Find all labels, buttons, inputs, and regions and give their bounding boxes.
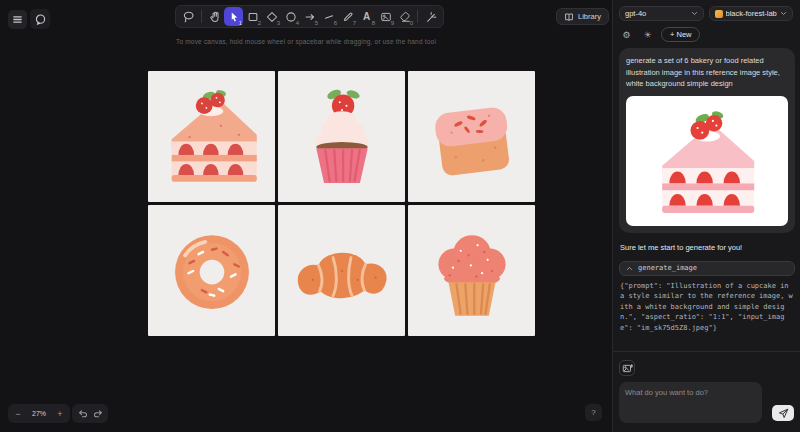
menu-button[interactable] [8, 10, 27, 29]
croissant-illustration [286, 215, 398, 327]
tool-lasso[interactable] [179, 7, 198, 26]
speech-bubble-icon [34, 13, 47, 26]
help-icon: ? [591, 408, 595, 417]
reference-cake-illustration [648, 102, 766, 220]
redo-icon [93, 408, 104, 419]
generated-image-grid [148, 71, 535, 336]
chevron-up-icon [626, 265, 633, 272]
tool-laser[interactable] [421, 7, 440, 26]
tool-select[interactable]: 1 [224, 7, 243, 26]
tool-call-header[interactable]: generate_image [619, 261, 795, 276]
canvas-image-muffin[interactable] [408, 205, 535, 336]
sun-icon: ☀ [643, 30, 651, 40]
library-label: Library [578, 12, 601, 21]
tool-call-name: generate_image [638, 264, 697, 272]
canvas-image-croissant[interactable] [278, 205, 405, 336]
tool-draw[interactable]: 7 [338, 7, 357, 26]
model-select-primary[interactable]: gpt-4o [619, 6, 704, 21]
model-secondary-value: black-forest-lab [726, 9, 778, 18]
hamburger-icon [12, 14, 23, 25]
hand-icon [208, 10, 221, 23]
sidebar-actions-row: ⚙ ☀ + New [613, 21, 800, 42]
send-plane-icon [778, 408, 789, 419]
toolbar-divider [417, 10, 418, 23]
chat-sidebar: gpt-4o black-forest-lab ⚙ ☀ + New genera… [612, 0, 800, 432]
loaf-cake-illustration [416, 81, 528, 193]
tool-image[interactable]: 9 [376, 7, 395, 26]
black-forest-labs-logo [715, 10, 723, 18]
muffin-illustration [416, 215, 528, 327]
canvas-area[interactable]: 1 2 3 4 5 6 7 [0, 0, 612, 432]
cupcake-illustration [286, 81, 398, 193]
redo-button[interactable] [90, 404, 106, 423]
tool-diamond[interactable]: 3 [262, 7, 281, 26]
reference-image[interactable] [626, 96, 788, 226]
tool-rectangle[interactable]: 2 [243, 7, 262, 26]
text-icon: A [363, 12, 370, 22]
chat-history[interactable]: generate a set of 6 bakery or food relat… [613, 44, 800, 351]
image-plus-icon [622, 363, 633, 374]
attach-image-button[interactable] [619, 360, 635, 376]
tool-line[interactable]: 6 [319, 7, 338, 26]
model-select-secondary[interactable]: black-forest-lab [709, 6, 794, 21]
settings-button[interactable]: ⚙ [619, 27, 634, 42]
history-controls [72, 404, 108, 423]
new-chat-button[interactable]: + New [661, 27, 700, 42]
user-message-text: generate a set of 6 bakery or food relat… [626, 55, 788, 90]
lasso-icon [182, 10, 195, 23]
canvas-image-cupcake[interactable] [278, 71, 405, 202]
undo-button[interactable] [74, 404, 90, 423]
tool-hand[interactable] [205, 7, 224, 26]
cake-slice-illustration [156, 81, 268, 193]
model-selector-row: gpt-4o black-forest-lab [613, 0, 800, 21]
zoom-controls: − 27% + [8, 404, 70, 423]
theme-toggle-button[interactable]: ☀ [640, 27, 655, 42]
assistant-message-text: Sure let me start to generate for you! [620, 243, 794, 252]
book-icon [564, 12, 574, 22]
user-message-bubble: generate a set of 6 bakery or food relat… [619, 48, 795, 233]
send-button[interactable] [772, 405, 794, 421]
chat-input-area [613, 351, 800, 432]
zoom-in-button[interactable]: + [52, 404, 68, 423]
tool-eraser[interactable]: 0 [395, 7, 414, 26]
zoom-out-button[interactable]: − [10, 404, 26, 423]
laser-pointer-icon [425, 11, 437, 23]
toolbar-divider [201, 10, 202, 23]
canvas-image-loaf-cake[interactable] [408, 71, 535, 202]
donut-illustration [156, 215, 268, 327]
tool-text[interactable]: A 8 [357, 7, 376, 26]
gear-icon: ⚙ [622, 30, 630, 40]
canvas-image-cake-slice[interactable] [148, 71, 275, 202]
help-button[interactable]: ? [585, 404, 602, 421]
prompt-input[interactable] [619, 382, 762, 423]
tool-call-arguments: {"prompt": "Illustration of a cupcake in… [620, 281, 794, 334]
library-button[interactable]: Library [556, 8, 609, 25]
chevron-down-icon [780, 10, 787, 17]
canvas-image-donut[interactable] [148, 205, 275, 336]
toolbar: 1 2 3 4 5 6 7 [175, 5, 444, 28]
tool-arrow[interactable]: 5 [300, 7, 319, 26]
chevron-down-icon [691, 10, 698, 17]
undo-icon [77, 408, 88, 419]
zoom-level: 27% [26, 410, 52, 417]
canvas-hint-text: To move canvas, hold mouse wheel or spac… [0, 38, 612, 45]
tool-ellipse[interactable]: 4 [281, 7, 300, 26]
model-primary-value: gpt-4o [625, 9, 688, 18]
chat-toggle-button[interactable] [30, 9, 50, 29]
app-window: 1 2 3 4 5 6 7 [0, 0, 800, 432]
